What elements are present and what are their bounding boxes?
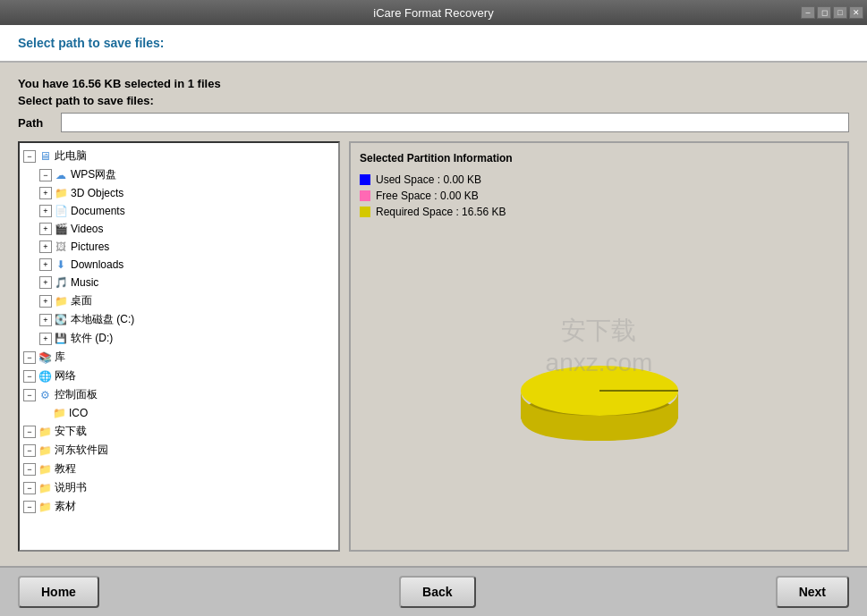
expand-button[interactable]: + (39, 205, 52, 217)
tree-item[interactable]: +🖼Pictures (20, 238, 338, 256)
expand-button[interactable]: − (39, 169, 52, 181)
tree-item-icon: 📁 (38, 500, 52, 514)
tree-item-icon: 📁 (54, 294, 68, 308)
tree-item[interactable]: +📁桌面 (20, 291, 338, 310)
tree-item-label: 安下载 (55, 424, 87, 439)
tree-item[interactable]: −📁河东软件园 (20, 441, 338, 460)
tree-item-icon: 🖼 (54, 240, 68, 254)
tree-item-label: Pictures (71, 240, 109, 253)
tree-item-label: Documents (71, 205, 125, 217)
legend-label-0: Used Space : 0.00 KB (376, 173, 481, 186)
tree-item-icon: 📁 (38, 481, 52, 495)
legend: Used Space : 0.00 KB Free Space : 0.00 K… (360, 173, 838, 222)
expand-button[interactable]: + (39, 314, 52, 326)
tree-item[interactable]: −🖥此电脑 (20, 147, 338, 165)
legend-color-1 (360, 190, 370, 201)
expand-button[interactable]: + (39, 240, 52, 253)
restore-button[interactable]: ◻ (817, 6, 831, 19)
tree-item[interactable]: +🎬Videos (20, 220, 338, 238)
expand-button[interactable]: + (39, 187, 52, 199)
minimize-button[interactable]: – (801, 6, 815, 19)
tree-item-label: Videos (71, 223, 103, 235)
tree-item[interactable]: −⚙控制面板 (20, 385, 338, 404)
expand-button[interactable]: − (23, 370, 36, 383)
tree-item-icon: 📁 (38, 425, 52, 439)
tree-item-label: 教程 (55, 461, 76, 477)
pie-chart (501, 310, 698, 453)
maximize-button[interactable]: □ (833, 6, 847, 19)
tree-item[interactable]: −📁教程 (20, 460, 338, 478)
tree-item-label: 库 (55, 350, 65, 365)
partition-info-panel: 安下载 anxz.com Selected Partition Informat… (349, 141, 849, 552)
tree-item[interactable]: 📁ICO (20, 404, 338, 422)
tree-item-label: Downloads (71, 258, 123, 271)
tree-item-icon: 💾 (54, 332, 68, 346)
tree-item-icon: 📁 (54, 186, 68, 200)
tree-item[interactable]: +💾软件 (D:) (20, 329, 338, 348)
expand-button[interactable]: − (23, 463, 36, 476)
tree-item[interactable]: −📚库 (20, 348, 338, 367)
tree-item[interactable]: −📁安下载 (20, 422, 338, 441)
tree-item-icon: 🌐 (38, 369, 52, 384)
file-tree[interactable]: −🖥此电脑−☁WPS网盘+📁3D Objects+📄Documents+🎬Vid… (18, 141, 340, 552)
tree-item[interactable]: +📄Documents (20, 202, 338, 220)
tree-item[interactable]: +📁3D Objects (20, 184, 338, 202)
tree-item-icon: 📄 (54, 204, 68, 218)
tree-item[interactable]: −📁素材 (20, 497, 338, 516)
expand-button[interactable]: + (39, 223, 52, 235)
tree-item[interactable]: +⬇Downloads (20, 256, 338, 274)
tree-item-icon: 📁 (38, 443, 52, 458)
tree-item[interactable]: +💽本地磁盘 (C:) (20, 310, 338, 329)
legend-label-1: Free Space : 0.00 KB (376, 190, 479, 202)
tree-item-label: 控制面板 (55, 387, 98, 402)
tree-item-icon: ☁ (54, 168, 68, 182)
tree-item-icon: ⚙ (38, 388, 52, 402)
tree-item-label: 软件 (D:) (71, 331, 113, 346)
tree-item-label: 河东软件园 (55, 443, 108, 458)
expand-button[interactable]: − (23, 482, 36, 494)
expand-button[interactable]: − (23, 351, 36, 364)
path-label: Path (18, 116, 54, 130)
close-button[interactable]: ✕ (849, 6, 863, 19)
tree-item-label: WPS网盘 (71, 167, 116, 182)
tree-item-label: 此电脑 (55, 148, 87, 164)
expand-button[interactable]: + (39, 333, 52, 345)
expand-button[interactable]: − (23, 150, 36, 163)
tree-item-label: 3D Objects (71, 187, 123, 199)
panels: −🖥此电脑−☁WPS网盘+📁3D Objects+📄Documents+🎬Vid… (18, 141, 849, 552)
tree-item[interactable]: +🎵Music (20, 274, 338, 291)
back-button[interactable]: Back (399, 576, 475, 608)
info-text: You have 16.56 KB selected in 1 files (18, 77, 849, 90)
expand-button[interactable]: + (39, 295, 52, 308)
tree-item[interactable]: −🌐网络 (20, 367, 338, 385)
main-content: You have 16.56 KB selected in 1 files Se… (0, 63, 867, 566)
expand-button[interactable]: − (23, 444, 36, 457)
expand-button[interactable]: + (39, 258, 52, 271)
tree-item-icon: 📁 (38, 462, 52, 477)
tree-item-label: 本地磁盘 (C:) (71, 312, 134, 327)
partition-info-title: Selected Partition Information (360, 152, 838, 165)
tree-item[interactable]: −☁WPS网盘 (20, 165, 338, 184)
home-button[interactable]: Home (18, 576, 99, 608)
expand-button[interactable]: − (23, 389, 36, 401)
tree-item[interactable]: −📁说明书 (20, 478, 338, 497)
tree-item-icon: 📁 (52, 406, 66, 420)
tree-item-icon: 🎵 (54, 275, 68, 290)
chart-container (360, 222, 838, 541)
legend-color-0 (360, 174, 370, 185)
expand-button[interactable]: − (23, 501, 36, 513)
tree-item-icon: ⬇ (54, 257, 68, 272)
tree-item-label: 素材 (55, 499, 76, 514)
title-bar: iCare Format Recovery – ◻ □ ✕ (0, 0, 867, 25)
tree-item-icon: 💽 (54, 313, 68, 327)
legend-item: Free Space : 0.00 KB (360, 190, 838, 202)
header-section: Select path to save files: (0, 25, 867, 63)
next-button[interactable]: Next (776, 576, 849, 608)
tree-item-icon: 🎬 (54, 222, 68, 236)
path-input[interactable] (61, 113, 849, 132)
app-title: iCare Format Recovery (373, 6, 493, 20)
path-row: Path (18, 113, 849, 132)
expand-button[interactable]: + (39, 276, 52, 289)
expand-button[interactable]: − (23, 426, 36, 438)
bottom-bar: Home Back Next (0, 566, 867, 616)
